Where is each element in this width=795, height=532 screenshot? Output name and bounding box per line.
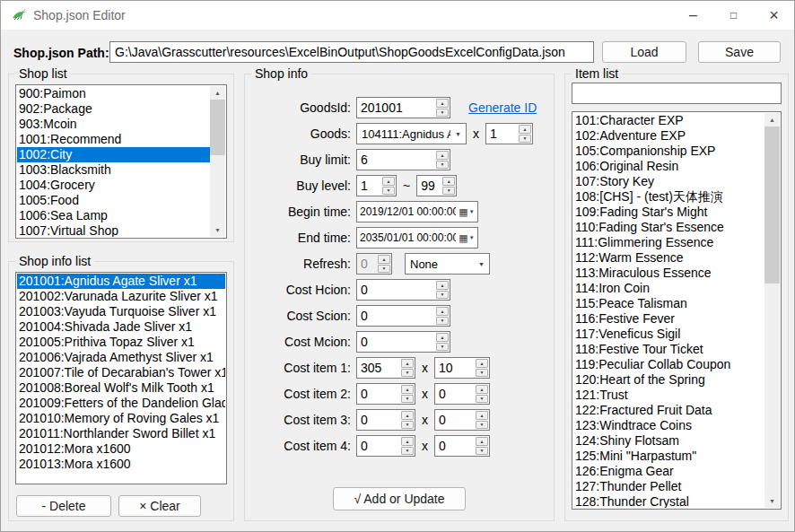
dropdown-icon[interactable]: ▼ xyxy=(450,131,466,137)
list-item[interactable]: 112:Warm Essence xyxy=(573,250,764,266)
spinner-up-icon[interactable]: ▲ xyxy=(442,177,455,186)
spinner-down-icon[interactable]: ▼ xyxy=(519,135,531,144)
list-item[interactable]: 900:Paimon xyxy=(17,86,210,101)
cost-item-3-count-input[interactable] xyxy=(435,410,475,430)
buy-level-min-input[interactable] xyxy=(357,176,381,196)
spinner-down-icon[interactable]: ▼ xyxy=(436,161,449,170)
list-item[interactable]: 110:Fading Star's Essence xyxy=(573,220,764,235)
scrollbar-track[interactable] xyxy=(210,100,225,223)
cost-item-1-count-input[interactable] xyxy=(435,358,475,378)
buy-limit-input[interactable] xyxy=(357,150,435,170)
list-item[interactable]: 108:[CHS] - (test)天体推演 xyxy=(573,189,764,205)
scroll-down-icon[interactable]: ▼ xyxy=(210,223,225,237)
scroll-up-icon[interactable]: ▲ xyxy=(764,113,780,126)
cost-item-1-value-input[interactable] xyxy=(357,358,400,378)
spinner-down-icon[interactable]: ▼ xyxy=(476,395,488,404)
list-item[interactable]: 902:Package xyxy=(17,101,210,117)
save-button[interactable]: Save xyxy=(698,41,781,63)
list-item[interactable]: 1004:Grocery xyxy=(17,178,210,193)
spinner-down-icon[interactable]: ▼ xyxy=(436,109,449,118)
list-item[interactable]: 1005:Food xyxy=(17,193,210,208)
buy-level-max-input[interactable] xyxy=(417,176,441,196)
spinner-up-icon[interactable]: ▲ xyxy=(476,385,488,394)
spinner-down-icon[interactable]: ▼ xyxy=(476,447,488,456)
cost-mcion-input[interactable] xyxy=(357,332,435,352)
dropdown-icon[interactable]: ▼ xyxy=(474,261,489,267)
list-item[interactable]: 106:Original Resin xyxy=(573,159,764,174)
generate-id-link[interactable]: Generate ID xyxy=(468,100,537,115)
list-item[interactable]: 120:Heart of the Spring xyxy=(573,372,764,388)
list-item[interactable]: 1006:Sea Lamp xyxy=(17,208,210,223)
spinner-up-icon[interactable]: ▲ xyxy=(476,411,488,420)
list-item[interactable]: 201013:Mora x1600 xyxy=(17,457,225,472)
list-item[interactable]: 201005:Prithiva Topaz Sliver x1 xyxy=(17,335,225,350)
list-item[interactable]: 201003:Vayuda Turquoise Sliver x1 xyxy=(17,304,225,319)
spinner-up-icon[interactable]: ▲ xyxy=(436,99,449,108)
cost-item-4-count-input[interactable] xyxy=(435,436,475,456)
list-item[interactable]: 128:Thunder Crystal xyxy=(573,494,764,508)
goodsid-input[interactable] xyxy=(357,98,435,118)
spinner-down-icon[interactable]: ▼ xyxy=(442,187,455,196)
list-item[interactable]: 109:Fading Star's Might xyxy=(573,205,764,220)
begin-time-dropdown[interactable]: ▦▼ xyxy=(456,207,477,217)
maximize-button[interactable]: □ xyxy=(713,1,754,30)
list-item[interactable]: 119:Peculiar Collab Coupon xyxy=(573,357,764,372)
list-item[interactable]: 1003:Blacksmith xyxy=(17,162,210,178)
cost-hcion-input[interactable] xyxy=(357,280,435,300)
list-item[interactable]: 124:Shiny Flotsam xyxy=(573,433,764,449)
spinner-up-icon[interactable]: ▲ xyxy=(519,125,531,134)
list-item[interactable]: 201010:Memory of Roving Gales x1 xyxy=(17,411,225,426)
list-item[interactable]: 123:Windtrace Coins xyxy=(573,418,764,433)
list-item[interactable]: 107:Story Key xyxy=(573,174,764,189)
list-item[interactable]: 1007:Virtual Shop xyxy=(17,223,210,237)
shop-list-scrollbar[interactable]: ▲ ▼ xyxy=(210,86,225,237)
scrollbar-thumb[interactable] xyxy=(210,100,225,155)
list-item[interactable]: 125:Mini "Harpastum" xyxy=(573,449,764,464)
clear-button[interactable]: × Clear xyxy=(118,495,201,517)
spinner-up-icon[interactable]: ▲ xyxy=(436,333,449,342)
list-item[interactable]: 122:Fractured Fruit Data xyxy=(573,403,764,418)
spinner-down-icon[interactable]: ▼ xyxy=(476,421,488,430)
add-or-update-button[interactable]: √ Add or Update xyxy=(333,487,466,510)
list-item[interactable]: 116:Festive Fever xyxy=(573,311,764,327)
spinner-up-icon[interactable]: ▲ xyxy=(476,437,488,446)
list-item[interactable]: 201007:Tile of Decarabian's Tower x1 xyxy=(17,365,225,380)
list-item[interactable]: 126:Enigma Gear xyxy=(573,464,764,479)
list-item[interactable]: 201004:Shivada Jade Sliver x1 xyxy=(17,319,225,335)
list-item[interactable]: 105:Companionship EXP xyxy=(573,144,764,159)
close-button[interactable]: × xyxy=(754,1,794,30)
spinner-up-icon[interactable]: ▲ xyxy=(401,437,414,446)
list-item[interactable]: 111:Glimmering Essence xyxy=(573,235,764,250)
list-item[interactable]: 127:Thunder Pellet xyxy=(573,479,764,494)
spinner-down-icon[interactable]: ▼ xyxy=(436,291,449,300)
minimize-button[interactable]: – xyxy=(673,1,713,30)
list-item[interactable]: 903:Mcoin xyxy=(17,117,210,132)
spinner-down-icon[interactable]: ▼ xyxy=(401,447,414,456)
spinner-down-icon[interactable]: ▼ xyxy=(401,395,414,404)
scrollbar-thumb[interactable] xyxy=(764,126,780,283)
list-item[interactable]: 118:Festive Tour Ticket xyxy=(573,342,764,357)
spinner-down-icon[interactable]: ▼ xyxy=(401,421,414,430)
end-time-picker[interactable]: 2035/01/01 00:00:00 ▦▼ xyxy=(356,227,478,249)
list-item[interactable]: 201009:Fetters of the Dandelion Gladiato xyxy=(17,396,225,411)
cost-item-3-value-input[interactable] xyxy=(357,410,400,430)
end-time-dropdown[interactable]: ▦▼ xyxy=(456,233,477,243)
spinner-down-icon[interactable]: ▼ xyxy=(436,343,449,352)
spinner-up-icon[interactable]: ▲ xyxy=(401,385,414,394)
begin-time-picker[interactable]: 2019/12/01 00:00:00 ▦▼ xyxy=(356,201,478,222)
item-search-input[interactable] xyxy=(572,83,782,104)
list-item[interactable]: 115:Peace Talisman xyxy=(573,296,764,311)
spinner-up-icon[interactable]: ▲ xyxy=(476,359,488,368)
list-item[interactable]: 201001:Agnidus Agate Sliver x1 xyxy=(17,274,225,289)
spinner-up-icon[interactable]: ▲ xyxy=(436,281,449,290)
list-item[interactable]: 201008:Boreal Wolf's Milk Tooth x1 xyxy=(17,380,225,396)
cost-scion-input[interactable] xyxy=(357,306,435,326)
spinner-down-icon[interactable]: ▼ xyxy=(382,187,395,196)
list-item[interactable]: 113:Miraculous Essence xyxy=(573,266,764,281)
list-item[interactable]: 121:Trust xyxy=(573,388,764,403)
scrollbar-track[interactable] xyxy=(764,126,780,494)
spinner-down-icon[interactable]: ▼ xyxy=(436,317,449,326)
list-item[interactable]: 102:Adventure EXP xyxy=(573,128,764,144)
list-item[interactable]: 201002:Varunada Lazurite Sliver x1 xyxy=(17,289,225,304)
list-item[interactable]: 201011:Northlander Sword Billet x1 xyxy=(17,426,225,441)
